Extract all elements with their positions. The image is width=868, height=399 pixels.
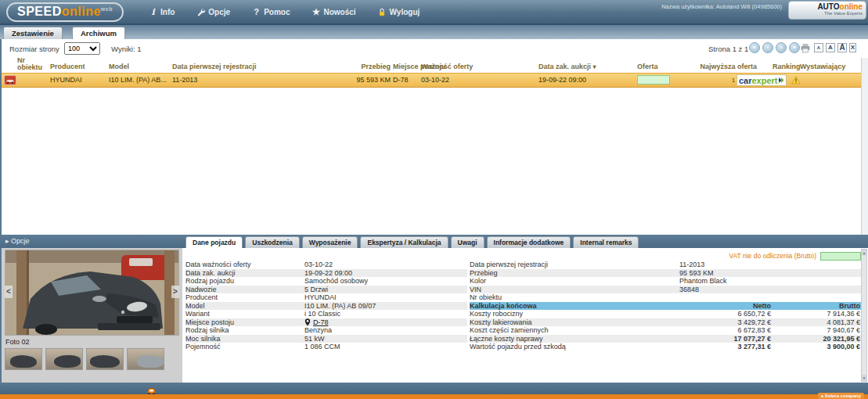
- col-header-waznosc[interactable]: Ważność oferty: [421, 63, 473, 70]
- col-header-data-zak[interactable]: Data zak. aukcji ▾: [538, 63, 596, 70]
- field-row: Rodzaj pojazduSamochód osobowy: [185, 277, 467, 286]
- table-scrollbar[interactable]: [861, 58, 868, 235]
- col-header-oferta[interactable]: Oferta: [637, 63, 658, 70]
- photo-thumbnail-4[interactable]: [127, 348, 164, 370]
- carexpert-car-text: car: [739, 76, 752, 85]
- map-pin-icon: [304, 318, 311, 326]
- photo-next-button[interactable]: >: [171, 286, 179, 298]
- auction-row[interactable]: HYUNDAI I10 LIM. (PA) AB... 11-2013 95 5…: [2, 73, 868, 88]
- header-menu: i Info Opcje ? Pomoc ★ Nowości: [149, 0, 420, 23]
- page-size-select[interactable]: 100: [64, 42, 100, 55]
- thumb-car-shape: [54, 355, 81, 368]
- col-header-najwyzsza[interactable]: Najwyższa oferta: [690, 63, 757, 70]
- field-row: ProducentHYUNDAI: [185, 293, 467, 302]
- photo-thumbnail-3[interactable]: [86, 348, 124, 370]
- field-label: Producent: [185, 293, 304, 302]
- field-row: Rodzaj silnikaBenzyna: [185, 326, 467, 335]
- calc-label: Koszt części zamiennych: [470, 326, 679, 335]
- carexpert-logo[interactable]: carexpert: [737, 74, 787, 86]
- tab-wyposazenie[interactable]: Wyposażenie: [302, 236, 358, 248]
- calc-row: Koszty robocizny6 650,72 €7 914,36 €: [470, 310, 863, 318]
- detail-scrollbar[interactable]: ▴ ▾: [861, 249, 867, 382]
- col-header-ranking[interactable]: Ranking: [773, 63, 801, 70]
- location-link[interactable]: D-78: [313, 318, 329, 327]
- field-value: Samochód osobowy: [304, 277, 368, 286]
- last-page-button[interactable]: »: [789, 42, 800, 53]
- field-label: Data zak. aukcji: [185, 269, 304, 278]
- menu-item-opcje[interactable]: Opcje: [196, 8, 230, 16]
- row-data-zak: 19-09-22 09:00: [538, 76, 586, 84]
- calc-brutto: 4 081,37 €: [771, 318, 863, 327]
- calc-brutto: 20 321,95 €: [771, 335, 863, 343]
- menu-item-info[interactable]: i Info: [149, 7, 175, 17]
- scroll-down-icon[interactable]: ▾: [862, 375, 866, 381]
- brand-auto-text: AUTO: [817, 2, 839, 11]
- tab-dane-pojazdu[interactable]: Dane pojazdu: [185, 236, 243, 248]
- oferta-input[interactable]: [637, 75, 670, 84]
- vat-input[interactable]: [820, 252, 861, 261]
- tab-ekspertyza-kalkulacja[interactable]: Ekspertyza / Kalkulacja: [360, 236, 448, 248]
- menu-item-wyloguj[interactable]: Wyloguj: [378, 8, 420, 16]
- field-row: Data zak. aukcji19-09-22 09:00: [185, 269, 467, 278]
- field-label: Przebieg: [470, 269, 679, 278]
- thumb-car-shape: [10, 355, 37, 368]
- photo-thumbnail-1[interactable]: [5, 348, 42, 370]
- tab-uwagi[interactable]: Uwagi: [451, 236, 484, 248]
- vat-note-row: VAT nie do odliczenia (Brutto): [470, 252, 861, 261]
- field-value: Phantom Black: [679, 277, 863, 286]
- scroll-up-icon[interactable]: ▴: [862, 250, 866, 256]
- calc-row: Koszt części zamiennych6 672,83 €7 940,6…: [470, 326, 863, 335]
- calc-label: Wartość pojazdu przed szkodą: [470, 343, 679, 351]
- field-row: Pojemność1 086 CCM: [185, 343, 467, 351]
- first-page-button[interactable]: «: [749, 42, 760, 53]
- logo-speed-text: SPEED: [17, 5, 62, 18]
- photo-panel: < > Foto 02: [2, 248, 182, 383]
- col-header-rejestracja[interactable]: Data pierwszej rejestracji: [172, 63, 257, 70]
- font-small-button[interactable]: A: [814, 43, 823, 52]
- field-value: 11-2013: [679, 261, 863, 269]
- warning-icon[interactable]: [791, 76, 801, 84]
- menu-pomoc-label: Pomoc: [264, 8, 290, 16]
- menu-nowosci-label: Nowości: [323, 8, 355, 16]
- brand-online-text: online: [840, 2, 863, 11]
- row-producent: HYUNDAI: [50, 76, 82, 84]
- field-row: Nr obiektu: [470, 293, 863, 302]
- solera-company-text: a Solera company: [818, 393, 864, 399]
- font-medium-button[interactable]: A: [826, 43, 835, 52]
- calc-label: Koszty lakierowania: [470, 318, 679, 327]
- field-row: Moc silnika51 kW: [185, 335, 467, 343]
- col-header-przebieg[interactable]: Przebieg: [338, 63, 391, 70]
- menu-item-pomoc[interactable]: ? Pomoc: [252, 7, 290, 16]
- tab-zestawienie[interactable]: Zestawienie: [3, 27, 63, 39]
- export-button[interactable]: X: [849, 43, 856, 52]
- opcje-toggle[interactable]: ▸ Opcje: [5, 237, 30, 245]
- print-icon[interactable]: [800, 43, 811, 55]
- vehicle-data-right-grid: Data pierwszej rejestracji11-2013 Przebi…: [470, 261, 863, 351]
- field-row: Data pierwszej rejestracji11-2013: [470, 261, 863, 269]
- col-header-nr-obiektu[interactable]: Nr obiektu: [17, 57, 42, 71]
- photo-prev-button[interactable]: <: [5, 286, 13, 298]
- speedonline-logo: SPEEDonlineweb: [6, 2, 124, 22]
- vehicle-photo[interactable]: [5, 250, 179, 336]
- field-value: 5 Drzwi: [304, 286, 328, 294]
- field-label: Moc silnika: [185, 335, 304, 343]
- col-nr-line2: obiektu: [17, 64, 42, 71]
- col-header-wystawiajacy[interactable]: Wystawiający: [800, 63, 845, 70]
- opcje-arrow-icon: ▸: [5, 237, 9, 245]
- photo-thumbnails: [5, 348, 164, 370]
- col-header-model[interactable]: Model: [109, 63, 129, 70]
- brutto-column-header: Brutto: [771, 302, 863, 311]
- field-value: 95 593 KM: [679, 269, 863, 278]
- photo-thumbnail-2[interactable]: [45, 348, 83, 370]
- next-page-button[interactable]: ›: [776, 42, 787, 53]
- calc-header-row: Kalkulacja końcowaNettoBrutto: [470, 302, 863, 311]
- tab-informacje-dodatkowe[interactable]: Informacje dodatkowe: [487, 236, 571, 248]
- menu-item-nowosci[interactable]: ★ Nowości: [312, 7, 355, 17]
- tab-uszkodzenia[interactable]: Uszkodzenia: [245, 236, 300, 248]
- field-value: I10 LIM. (PA) AB 09/07: [304, 302, 376, 311]
- tab-archiwum[interactable]: Archiwum: [72, 27, 125, 39]
- col-header-producent[interactable]: Producent: [50, 63, 85, 70]
- tab-internal-remarks[interactable]: Internal remarks: [573, 236, 639, 248]
- prev-page-button[interactable]: ‹: [762, 42, 773, 53]
- font-large-button[interactable]: A: [837, 43, 847, 52]
